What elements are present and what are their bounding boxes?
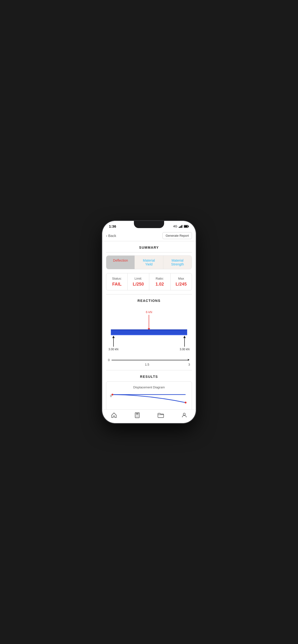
load-arrow: 6 kN [146,310,152,329]
load-arrow-line [149,315,149,329]
status-cell: Status: FAIL [106,273,128,290]
displacement-diagram: 0 [110,392,188,409]
back-label: Back [108,234,116,238]
displacement-diagram-title: Displacement Diagram [110,386,188,389]
status-time: 1:36 [109,224,116,228]
scale-start: 0 [108,358,110,362]
limit-label: Limit: [129,277,147,280]
max-label: Max [173,277,190,280]
tab-bar-calculator[interactable] [134,412,140,418]
svg-point-11 [136,416,136,417]
svg-point-10 [138,416,138,416]
tab-selector: Deflection MaterialYield MaterialStrengt… [106,256,192,269]
phone-screen: 1:36 4G ‹ Back [102,221,196,423]
home-icon [111,412,117,418]
svg-rect-6 [135,412,139,418]
generate-report-button[interactable]: Generate Report [163,232,192,239]
tab-deflection[interactable]: Deflection [106,256,135,269]
support-left: 3.00 kN [108,337,118,351]
status-value: FAIL [108,282,125,287]
limit-cell: Limit: L/250 [128,273,149,290]
scale-arrow [188,359,190,361]
svg-point-14 [183,413,185,415]
phone-frame: 1:36 4G ‹ Back [102,221,196,423]
displacement-card: Displacement Diagram 0 [106,382,192,410]
status-label: Status: [108,277,125,280]
top-nav: ‹ Back Generate Report [102,230,196,241]
reactions-title: REACTIONS [102,294,196,306]
svg-point-8 [136,416,136,416]
svg-point-5 [185,402,187,404]
svg-point-13 [138,416,138,417]
ratio-value: 1.02 [151,282,169,287]
max-cell: Max L/245 [171,273,192,290]
load-label: 6 kN [146,310,152,314]
signal-icon [179,225,182,228]
scale-end: 3 [188,363,190,366]
support-left-label: 3.00 kN [108,348,118,351]
status-icons: 4G [173,224,189,228]
reactions-section: 6 kN 3.00 kN 3.00 kN [102,310,196,366]
svg-rect-1 [188,226,189,227]
tab-material-strength-label: MaterialStrength [171,258,184,266]
ratio-cell: Ratio: 1.02 [149,273,171,290]
support-left-arrow [113,337,114,347]
content-scroll[interactable]: SUMMARY Deflection MaterialYield Materia… [102,241,196,410]
back-button[interactable]: ‹ Back [106,234,116,238]
back-chevron-icon: ‹ [106,234,107,238]
divider-top [106,252,192,252]
scale-labels: 1.5 3 [106,363,192,366]
support-right: 3.00 kN [180,337,190,351]
calculator-icon [134,412,140,418]
scale-container: 0 [106,358,192,362]
battery-icon [184,225,189,228]
limit-value: L/250 [129,282,147,287]
displacement-svg [110,392,188,406]
tab-material-yield[interactable]: MaterialYield [135,256,163,269]
tab-bar-home[interactable] [111,412,117,418]
ratio-label: Ratio: [151,277,169,280]
scale-line [112,360,188,360]
tab-bar-folder[interactable] [158,412,164,418]
svg-rect-2 [184,226,188,227]
svg-point-12 [137,416,137,417]
beam [111,330,187,335]
support-right-label: 3.00 kN [180,348,190,351]
results-title: RESULTS [102,370,196,382]
svg-rect-7 [136,413,138,414]
profile-icon [181,412,187,418]
tab-material-strength[interactable]: MaterialStrength [163,256,192,269]
displacement-zero-label: 0 [110,394,112,398]
max-value: L/245 [173,282,190,287]
results-section: Displacement Diagram 0 [102,382,196,410]
tab-material-yield-label: MaterialYield [143,258,155,266]
summary-title: SUMMARY [102,241,196,252]
notch [134,221,164,228]
svg-point-9 [137,416,137,416]
tab-bar [102,410,196,423]
scale-mid: 1.5 [145,363,149,366]
network-label: 4G [173,224,177,228]
tab-bar-profile[interactable] [181,412,187,418]
beam-diagram: 6 kN 3.00 kN 3.00 kN [106,310,192,354]
folder-icon [158,412,164,418]
status-grid: Status: FAIL Limit: L/250 Ratio: 1.02 Ma… [106,273,192,290]
tab-deflection-label: Deflection [113,258,128,262]
support-right-arrow [184,337,185,347]
